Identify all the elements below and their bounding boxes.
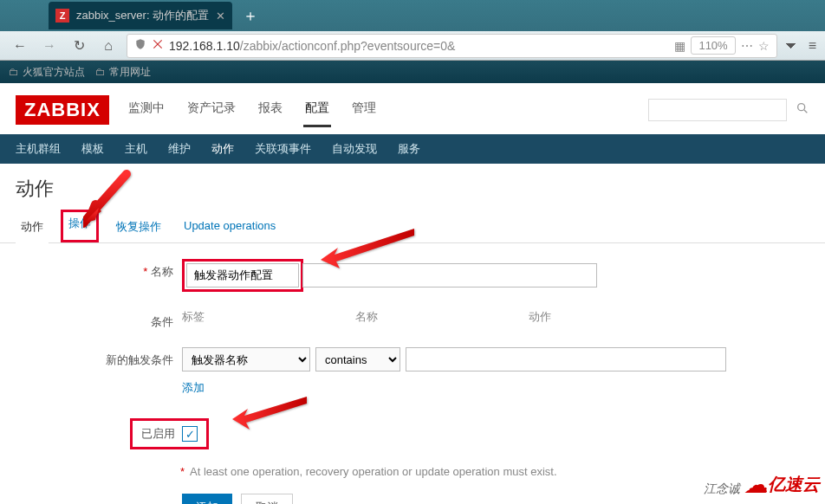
main-nav: 监测中 资产记录 报表 配置 管理 bbox=[127, 92, 378, 127]
shield-icon bbox=[134, 38, 146, 53]
nav-configuration[interactable]: 配置 bbox=[303, 92, 331, 127]
add-condition-link[interactable]: 添加 bbox=[182, 380, 205, 396]
tab-title: zabbix_server: 动作的配置 bbox=[76, 8, 209, 23]
trigger-operator-select[interactable]: contains bbox=[315, 347, 400, 372]
condition-header: 标签 名称 动作 bbox=[182, 309, 790, 325]
tab-recovery[interactable]: 恢复操作 bbox=[111, 212, 166, 242]
nav-reports[interactable]: 报表 bbox=[257, 92, 284, 127]
header-search bbox=[648, 99, 809, 121]
form-area: * 名称 条件 标签 名称 动作 新的触发条件 触发器名称 contains bbox=[0, 243, 825, 504]
trigger-condition-label: 新的触发条件 bbox=[35, 347, 182, 368]
bookmark-item-common[interactable]: 🗀 常用网址 bbox=[95, 65, 151, 80]
search-icon[interactable] bbox=[796, 101, 809, 119]
url-bar[interactable]: 192.168.1.10/zabbix/actionconf.php?event… bbox=[127, 34, 777, 58]
enabled-label: 已启用 bbox=[141, 426, 175, 442]
more-icon[interactable]: ⋯ bbox=[741, 39, 753, 53]
tab-action[interactable]: 动作 bbox=[16, 212, 49, 243]
cancel-button[interactable]: 取消 bbox=[241, 494, 293, 504]
new-tab-button[interactable]: ＋ bbox=[243, 5, 258, 26]
forward-icon: → bbox=[38, 35, 61, 57]
subnav-services[interactable]: 服务 bbox=[398, 141, 420, 157]
trigger-value-input[interactable] bbox=[406, 347, 726, 372]
zabbix-page: ZABBIX 监测中 资产记录 报表 配置 管理 主机群组 模板 主机 维护 动… bbox=[0, 83, 825, 504]
browser-nav-bar: ← → ↻ ⌂ 192.168.1.10/zabbix/actionconf.p… bbox=[0, 31, 825, 61]
menu-icon[interactable]: ≡ bbox=[809, 38, 816, 54]
close-icon[interactable]: ✕ bbox=[216, 10, 225, 23]
browser-chrome: Z zabbix_server: 动作的配置 ✕ ＋ ← → ↻ ⌂ 192.1… bbox=[0, 0, 825, 83]
search-input[interactable] bbox=[648, 99, 787, 121]
subnav-maintenance[interactable]: 维护 bbox=[168, 141, 191, 157]
zabbix-header: ZABBIX 监测中 资产记录 报表 配置 管理 bbox=[0, 83, 825, 134]
bookmark-star-icon[interactable]: ☆ bbox=[758, 39, 770, 53]
sub-nav: 主机群组 模板 主机 维护 动作 关联项事件 自动发现 服务 bbox=[0, 134, 825, 164]
nav-administration[interactable]: 管理 bbox=[350, 92, 378, 127]
back-icon[interactable]: ← bbox=[9, 35, 31, 57]
subnav-hostgroups[interactable]: 主机群组 bbox=[16, 141, 61, 157]
subnav-templates[interactable]: 模板 bbox=[81, 141, 104, 157]
svg-line-1 bbox=[804, 110, 807, 113]
page-title: 动作 bbox=[0, 164, 825, 212]
trigger-type-select[interactable]: 触发器名称 bbox=[182, 347, 310, 372]
zabbix-logo[interactable]: ZABBIX bbox=[16, 95, 109, 125]
form-tabs: 动作 操作 恢复操作 Update operations bbox=[0, 212, 825, 243]
tab-bar: Z zabbix_server: 动作的配置 ✕ ＋ bbox=[0, 0, 825, 31]
subnav-correlation[interactable]: 关联项事件 bbox=[255, 141, 311, 157]
ssl-warning-icon bbox=[152, 38, 164, 53]
reload-icon[interactable]: ↻ bbox=[68, 35, 90, 57]
bookmark-item-firefox[interactable]: 🗀 火狐官方站点 bbox=[9, 65, 85, 80]
svg-point-0 bbox=[798, 103, 805, 110]
enabled-highlight: 已启用 ✓ bbox=[130, 418, 209, 449]
validation-note: *At least one operation, recovery operat… bbox=[180, 465, 790, 478]
condition-label: 条件 bbox=[35, 309, 182, 330]
tab-favicon: Z bbox=[55, 9, 69, 23]
nav-monitoring[interactable]: 监测中 bbox=[127, 92, 166, 127]
url-text: 192.168.1.10/zabbix/actionconf.php?event… bbox=[169, 39, 455, 53]
grid-icon[interactable]: ▦ bbox=[674, 39, 685, 53]
name-input[interactable] bbox=[186, 263, 299, 288]
name-input-ext[interactable] bbox=[302, 263, 597, 288]
tab-update-operations[interactable]: Update operations bbox=[179, 212, 281, 242]
name-label: * 名称 bbox=[35, 259, 182, 280]
name-highlight bbox=[182, 259, 303, 292]
browser-tab[interactable]: Z zabbix_server: 动作的配置 ✕ bbox=[49, 2, 232, 29]
enabled-checkbox[interactable]: ✓ bbox=[182, 426, 198, 442]
subnav-actions[interactable]: 动作 bbox=[211, 141, 234, 157]
library-icon[interactable]: ⏷ bbox=[784, 38, 798, 54]
tab-operations[interactable]: 操作 bbox=[61, 210, 99, 242]
add-button[interactable]: 添加 bbox=[182, 494, 232, 504]
home-icon[interactable]: ⌂ bbox=[97, 35, 120, 57]
nav-inventory[interactable]: 资产记录 bbox=[185, 92, 237, 127]
zoom-level[interactable]: 110% bbox=[691, 36, 735, 55]
watermark: 江念诚 ☁亿速云 bbox=[704, 470, 820, 499]
folder-icon: 🗀 bbox=[95, 66, 106, 78]
bookmark-bar: 🗀 火狐官方站点 🗀 常用网址 bbox=[0, 61, 825, 83]
subnav-discovery[interactable]: 自动发现 bbox=[332, 141, 377, 157]
folder-icon: 🗀 bbox=[9, 66, 19, 78]
subnav-hosts[interactable]: 主机 bbox=[125, 141, 147, 157]
